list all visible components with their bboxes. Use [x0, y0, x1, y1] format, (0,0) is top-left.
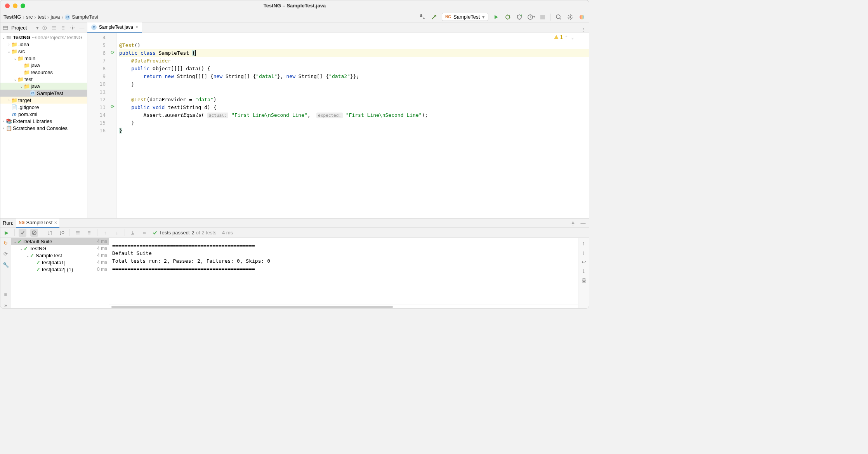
code-body[interactable]: 1 ⌃ ⌄ @Test() public class SampleTest { … — [117, 33, 589, 218]
scroll-end-icon[interactable]: ⤓ — [582, 268, 586, 274]
rerun-icon[interactable]: ▶ — [3, 229, 10, 237]
dropdown-icon[interactable]: ▾ — [36, 25, 39, 31]
run-config-selector[interactable]: NG SampleTest ▾ — [442, 13, 488, 21]
tree-idea[interactable]: ›📁.idea — [0, 41, 87, 48]
settings-icon[interactable] — [566, 13, 574, 21]
scroll-thumb[interactable] — [111, 306, 393, 308]
coverage-button[interactable] — [516, 13, 523, 21]
add-config-icon[interactable] — [418, 13, 426, 21]
minimize-window[interactable] — [13, 3, 17, 8]
tt-test1[interactable]: ✓test[data1]4 ms — [11, 259, 109, 266]
crumb-file[interactable]: SampleTest — [72, 14, 98, 20]
tt-testng[interactable]: ⌄✓TestNG4 ms — [11, 245, 109, 252]
testng-icon: NG — [19, 220, 24, 225]
tree-test-java[interactable]: ⌄📁java — [0, 83, 87, 90]
select-opened-icon[interactable] — [41, 24, 48, 31]
run-button[interactable] — [492, 13, 500, 21]
collapse-all-icon[interactable] — [60, 24, 67, 31]
svg-rect-11 — [7, 36, 9, 37]
gear-icon[interactable] — [569, 220, 576, 227]
debug-button[interactable] — [504, 13, 512, 21]
run-line-icon[interactable]: ⟳ — [108, 103, 116, 111]
wrench-icon[interactable]: 🔧 — [2, 261, 9, 268]
build-icon[interactable] — [430, 13, 438, 21]
test-tree[interactable]: ⌄✓Default Suite4 ms ⌄✓TestNG4 ms ⌄✓Sampl… — [11, 238, 109, 308]
up-icon[interactable]: ↑ — [582, 240, 585, 246]
close-window[interactable] — [5, 3, 10, 8]
stop-icon[interactable]: ■ — [2, 291, 9, 298]
dropdown-icon: ▾ — [482, 14, 485, 20]
tree-resources[interactable]: 📁resources — [0, 69, 87, 76]
tree-external-libs[interactable]: ›📚External Libraries — [0, 118, 87, 125]
tree-gitignore[interactable]: 📄.gitignore — [0, 104, 87, 111]
sort-duration-icon[interactable] — [58, 229, 66, 237]
zoom-window[interactable] — [21, 3, 25, 8]
profile-button[interactable]: ▾ — [527, 13, 535, 21]
close-tab-icon[interactable]: × — [135, 24, 138, 30]
more-icon[interactable]: » — [2, 302, 9, 308]
next-warning-icon[interactable]: ⌄ — [570, 35, 575, 40]
expand-all-icon[interactable] — [50, 24, 57, 31]
prev-test-icon[interactable]: ↑ — [101, 229, 109, 237]
project-view-icon[interactable] — [2, 24, 9, 31]
tree-main[interactable]: ⌄📁main — [0, 55, 87, 62]
window-controls — [0, 3, 25, 8]
tree-pom[interactable]: mpom.xml — [0, 111, 87, 118]
main-toolbar: TestNG › src › test › java › C SampleTes… — [0, 11, 589, 23]
sort-icon[interactable] — [46, 229, 54, 237]
search-icon[interactable] — [555, 13, 562, 21]
expand-all-icon[interactable] — [74, 229, 82, 237]
run-body: ↻ ⟳ 🔧 ■ » ⌄✓Default Suite4 ms ⌄✓TestNG4 … — [0, 238, 589, 308]
close-run-tab-icon[interactable]: × — [54, 220, 57, 225]
crumb-java[interactable]: java — [51, 14, 60, 20]
run-toolbar: ▶ ↑ ↓ » Tests passed: 2 of 2 tests – 4 m… — [0, 228, 589, 238]
soft-wrap-icon[interactable]: ↩ — [582, 259, 586, 265]
tree-target[interactable]: ›📁target — [0, 97, 87, 104]
rerun-failed-icon[interactable]: ↻ — [2, 239, 9, 246]
h-scrollbar[interactable] — [109, 305, 578, 308]
show-ignored-icon[interactable] — [30, 229, 38, 237]
collapse-all-icon[interactable] — [85, 229, 93, 237]
tree-sampletest[interactable]: CSampleTest — [0, 90, 87, 97]
toggle-auto-icon[interactable]: ⟳ — [2, 250, 9, 257]
svg-point-8 — [44, 27, 45, 28]
print-icon[interactable]: 🖶 — [581, 277, 587, 284]
svg-point-0 — [420, 14, 422, 16]
crumb-test[interactable]: test — [38, 14, 46, 20]
warnings-indicator[interactable]: 1 ⌃ ⌄ — [554, 35, 575, 40]
ide-icon[interactable] — [578, 13, 586, 21]
run-line-icon[interactable]: ⟳ — [108, 49, 116, 56]
crumb-project[interactable]: TestNG — [3, 14, 21, 20]
crumb-src[interactable]: src — [26, 14, 33, 20]
export-icon[interactable] — [129, 229, 137, 237]
main-split: Project ▾ — ⌄ TestNG ~/IdeaProjects/Test… — [0, 23, 589, 218]
tt-sampletest[interactable]: ⌄✓SampleTest4 ms — [11, 252, 109, 259]
tree-root[interactable]: ⌄ TestNG ~/IdeaProjects/TestNG — [0, 34, 87, 41]
tree-scratches[interactable]: ›📋Scratches and Consoles — [0, 125, 87, 132]
hide-icon[interactable]: — — [78, 24, 85, 31]
tabs-more-icon[interactable]: ⋮ — [578, 27, 589, 33]
code-editor[interactable]: 45678910111213141516 ⟳ ⟳ 1 ⌃ ⌄ @Test() p… — [87, 33, 589, 218]
chevron-icon: › — [34, 14, 36, 20]
titlebar: TestNG – SampleTest.java — [0, 0, 589, 11]
chevron-icon: › — [23, 14, 24, 20]
console-output[interactable]: ========================================… — [109, 238, 578, 308]
tt-test2[interactable]: ✓test[data2] (1)0 ms — [11, 266, 109, 273]
run-left-toolbar: ↻ ⟳ 🔧 ■ » — [0, 238, 11, 308]
show-passed-icon[interactable] — [19, 229, 26, 237]
tt-suite[interactable]: ⌄✓Default Suite4 ms — [11, 238, 109, 245]
gear-icon[interactable] — [69, 24, 76, 31]
tree-main-java[interactable]: 📁java — [0, 62, 87, 69]
hide-icon[interactable]: — — [580, 220, 587, 227]
tree-test[interactable]: ⌄📁test — [0, 76, 87, 83]
prev-warning-icon[interactable]: ⌃ — [564, 35, 569, 40]
stop-button[interactable] — [539, 13, 547, 21]
run-tab[interactable]: NG SampleTest × — [16, 218, 59, 228]
tab-sampletest[interactable]: C SampleTest.java × — [87, 23, 142, 33]
more-icon[interactable]: » — [141, 229, 148, 237]
tree-src[interactable]: ⌄📁src — [0, 48, 87, 55]
next-test-icon[interactable]: ↓ — [113, 229, 121, 237]
project-tree[interactable]: ⌄ TestNG ~/IdeaProjects/TestNG ›📁.idea ⌄… — [0, 33, 87, 218]
breadcrumbs[interactable]: TestNG › src › test › java › C SampleTes… — [3, 14, 418, 20]
down-icon[interactable]: ↓ — [582, 250, 585, 256]
